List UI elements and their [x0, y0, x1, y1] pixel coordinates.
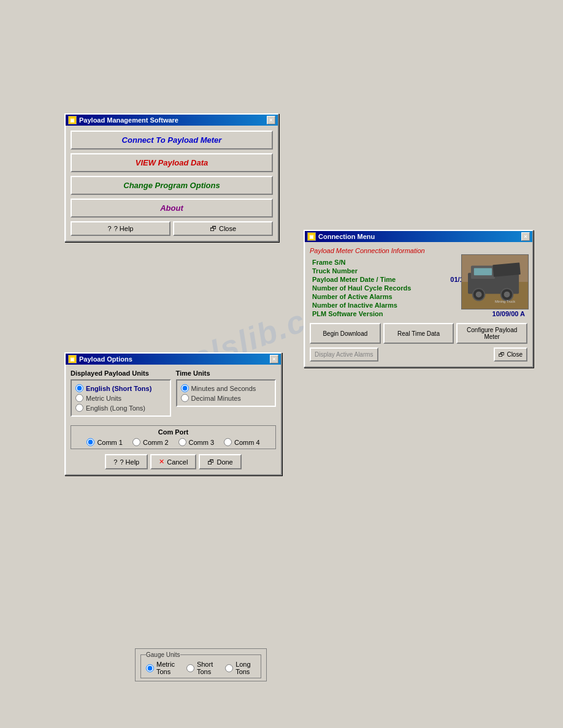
field-label: Number of Active Alarms	[310, 292, 429, 301]
payload-options-titlebar: ▣ Payload Options ×	[66, 354, 281, 365]
display-units-label: Displayed Payload Units	[71, 370, 171, 377]
display-active-alarms-button[interactable]: Display Active Alarms	[310, 347, 378, 362]
comm2-radio[interactable]	[132, 438, 140, 446]
comm4-label: Comm 4	[234, 439, 260, 446]
payload-options-icon: ▣	[68, 355, 77, 363]
svg-text:Mining Truck: Mining Truck	[495, 300, 515, 303]
x-icon: ✕	[159, 458, 164, 466]
metric-units-label: Metric Units	[86, 395, 121, 402]
real-time-data-button[interactable]: Real Time Data	[383, 323, 454, 344]
close-icon: 🗗	[499, 351, 505, 358]
gauge-units-fieldset: Gauge Units Metric Tons Short Tons Long …	[140, 651, 261, 678]
connection-bottom-row: Display Active Alarms 🗗 Close	[310, 347, 527, 362]
connection-buttons-row: Begin Download Real Time Data Configure …	[310, 323, 527, 344]
payload-options-window: ▣ Payload Options × Displayed Payload Un…	[64, 352, 282, 476]
view-payload-button[interactable]: VIEW Payload Data	[71, 153, 273, 172]
comm1-label: Comm 1	[97, 439, 123, 446]
field-label: Number of Inactive Alarms	[310, 301, 429, 309]
connection-close-button[interactable]: 🗗 Close	[494, 347, 527, 362]
comm1-radio[interactable]	[86, 438, 94, 446]
english-long-option[interactable]: English (Long Tons)	[75, 404, 166, 412]
options-cancel-button[interactable]: ✕ Cancel	[150, 454, 196, 469]
connection-menu-icon: ▣	[307, 232, 316, 241]
connection-menu-titlebar: ▣ Connection Menu ×	[305, 231, 532, 242]
connection-menu-window: ▣ Connection Menu × Payload Meter Connec…	[304, 230, 534, 368]
metric-tons-option[interactable]: Metric Tons	[146, 661, 179, 675]
english-short-option[interactable]: English (Short Tons)	[75, 384, 166, 392]
main-menu-content: Connect To Payload Meter VIEW Payload Da…	[66, 126, 278, 241]
question-icon: ?	[108, 225, 112, 232]
minutes-seconds-label: Minutes and Seconds	[191, 385, 256, 392]
long-tons-label: Long Tons	[236, 661, 256, 675]
help-close-row: ? ? Help 🗗 Close	[71, 221, 273, 236]
comm4-radio[interactable]	[224, 438, 232, 446]
comm4-option[interactable]: Comm 4	[224, 438, 260, 446]
svg-rect-9	[492, 262, 521, 276]
short-tons-option[interactable]: Short Tons	[186, 661, 218, 675]
connection-subtitle: Payload Meter Connection Information	[310, 247, 527, 254]
options-done-label: Done	[216, 458, 232, 466]
english-short-radio[interactable]	[75, 384, 83, 392]
svg-rect-4	[474, 268, 492, 276]
begin-download-button[interactable]: Begin Download	[310, 323, 381, 344]
close-label: Close	[219, 225, 236, 232]
options-help-label: ? Help	[120, 458, 139, 466]
connect-payload-button[interactable]: Connect To Payload Meter	[71, 131, 273, 150]
decimal-minutes-radio[interactable]	[181, 394, 189, 402]
main-menu-title: Payload Management Software	[79, 116, 178, 124]
comm3-radio[interactable]	[178, 438, 186, 446]
english-long-label: English (Long Tons)	[86, 404, 145, 412]
com-port-row: Comm 1 Comm 2 Comm 3 Comm 4	[76, 438, 270, 446]
field-label: Number of Haul Cycle Records	[310, 284, 429, 292]
com-port-title: Com Port	[76, 428, 270, 436]
comm2-option[interactable]: Comm 2	[132, 438, 169, 446]
comm2-label: Comm 2	[143, 439, 169, 446]
truck-image: Mining Truck	[461, 254, 529, 309]
main-menu-window: ▣ Payload Management Software × Connect …	[64, 113, 279, 242]
configure-payload-button[interactable]: Configure Payload Meter	[456, 323, 527, 344]
com-port-section: Com Port Comm 1 Comm 2 Comm 3 Comm 4	[71, 425, 276, 449]
main-menu-icon: ▣	[68, 116, 77, 124]
options-help-button[interactable]: ? ? Help	[105, 454, 148, 469]
short-tons-radio[interactable]	[186, 664, 194, 672]
long-tons-radio[interactable]	[225, 664, 233, 672]
about-button[interactable]: About	[71, 199, 273, 218]
comm3-option[interactable]: Comm 3	[178, 438, 215, 446]
payload-options-content: Displayed Payload Units English (Short T…	[66, 365, 281, 474]
minutes-seconds-radio[interactable]	[181, 384, 189, 392]
connection-menu-close-x[interactable]: ×	[521, 232, 530, 241]
field-label: Frame S/N	[310, 258, 429, 267]
time-units-section: Time Units Minutes and Seconds Decimal M…	[176, 370, 277, 420]
change-options-button[interactable]: Change Program Options	[71, 176, 273, 195]
decimal-minutes-option[interactable]: Decimal Minutes	[181, 394, 272, 402]
metric-tons-radio[interactable]	[146, 664, 154, 672]
main-menu-titlebar: ▣ Payload Management Software ×	[66, 115, 278, 126]
question-icon: ?	[113, 458, 117, 466]
metric-units-radio[interactable]	[75, 394, 83, 402]
comm1-option[interactable]: Comm 1	[86, 438, 123, 446]
truck-svg: Mining Truck	[462, 255, 528, 309]
options-done-button[interactable]: 🗗 Done	[199, 454, 241, 469]
gauge-units-box: Gauge Units Metric Tons Short Tons Long …	[135, 648, 267, 681]
short-tons-label: Short Tons	[197, 661, 218, 675]
options-cancel-label: Cancel	[167, 458, 188, 466]
field-label: Payload Meter Date / Time	[310, 275, 429, 284]
main-menu-close-x[interactable]: ×	[267, 116, 275, 124]
decimal-minutes-label: Decimal Minutes	[191, 395, 241, 402]
payload-options-close-x[interactable]: ×	[270, 355, 278, 363]
svg-point-6	[476, 292, 482, 298]
close-icon: 🗗	[210, 225, 216, 232]
connection-menu-title-area: ▣ Connection Menu	[307, 232, 375, 241]
help-button[interactable]: ? ? Help	[71, 221, 170, 236]
main-menu-title-area: ▣ Payload Management Software	[68, 116, 178, 124]
connection-menu-content: Payload Meter Connection Information Min…	[305, 242, 532, 366]
minutes-seconds-option[interactable]: Minutes and Seconds	[181, 384, 272, 392]
check-icon: 🗗	[207, 458, 214, 466]
english-long-radio[interactable]	[75, 404, 83, 412]
options-button-row: ? ? Help ✕ Cancel 🗗 Done	[71, 454, 276, 469]
gauge-units-row: Metric Tons Short Tons Long Tons	[146, 661, 256, 675]
metric-units-option[interactable]: Metric Units	[75, 394, 166, 402]
long-tons-option[interactable]: Long Tons	[225, 661, 256, 675]
display-units-section: Displayed Payload Units English (Short T…	[71, 370, 171, 420]
close-button[interactable]: 🗗 Close	[173, 221, 273, 236]
